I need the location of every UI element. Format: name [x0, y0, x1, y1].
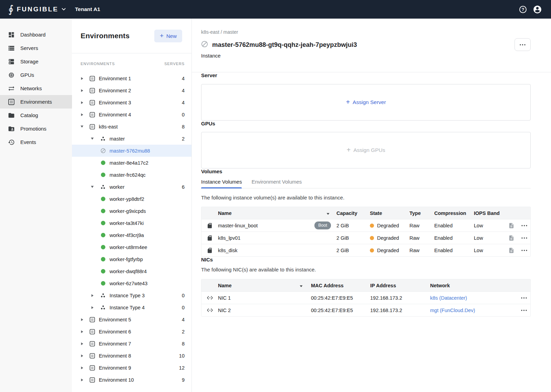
tab-instance-volumes[interactable]: Instance Volumes [201, 179, 242, 188]
tree-item-worker-ta3t47ki[interactable]: worker-ta3t47ki [72, 217, 191, 229]
tree-item-environment-6[interactable]: Environment 62 [72, 326, 191, 338]
chevron-down-icon [62, 8, 66, 11]
environment-tree: Environment 14Environment 24Environment … [72, 72, 191, 386]
sidebar-item-catalog[interactable]: Catalog [0, 109, 72, 122]
tenant-label[interactable]: Tenant A1 [75, 6, 100, 12]
assign-gpus-button[interactable]: + Assign GPUs [345, 147, 387, 154]
file-icon[interactable] [505, 247, 518, 254]
sidebar-item-networks[interactable]: Networks [0, 82, 72, 95]
sidebar-item-events[interactable]: Events [0, 135, 72, 149]
tree-item-label: Environment 8 [99, 353, 131, 359]
file-icon[interactable] [505, 235, 518, 241]
row-menu-button[interactable] [518, 297, 530, 299]
tree-item-worker-dwqf88r4[interactable]: worker-dwqf88r4 [72, 265, 191, 277]
ip-address: 192.168.173.2 [370, 308, 430, 313]
dashboard-icon [8, 31, 15, 38]
sidebar-item-environments[interactable]: Environments [0, 95, 72, 109]
column-header-name[interactable]: Name [218, 283, 311, 288]
tree-item-instance-type-4[interactable]: Instance Type 40 [72, 301, 191, 313]
sort-caret-icon[interactable] [300, 283, 303, 288]
tree-item-environment-4[interactable]: Environment 40 [72, 109, 191, 121]
caret-right-icon[interactable] [80, 342, 84, 345]
volume-name-cell: master-linux_bootBoot [218, 221, 336, 229]
tree-item-environment-8[interactable]: Environment 810 [72, 350, 191, 362]
row-menu-button[interactable] [518, 250, 530, 251]
tree-item-label: worker-ut8rm4ee [110, 245, 147, 250]
caret-right-icon[interactable] [90, 306, 95, 309]
tree-item-label: worker-fgtfyrbp [110, 257, 143, 262]
sidebar-item-label: Events [20, 139, 36, 145]
boot-badge: Boot [314, 221, 331, 229]
tree-item-worker-6z7wte43[interactable]: worker-6z7wte43 [72, 277, 191, 289]
row-menu-button[interactable] [518, 237, 530, 239]
tree-item-environment-10[interactable]: Environment 109 [72, 374, 191, 386]
tree-item-environment-1[interactable]: Environment 14 [72, 72, 191, 84]
caret-right-icon[interactable] [80, 378, 84, 382]
network-link[interactable]: k8s (Datacenter) [430, 295, 518, 301]
assign-server-label: Assign Server [353, 99, 386, 105]
tree-item-master-frc624qc[interactable]: master-frc624qc [72, 169, 191, 181]
tree-item-worker-g9xicpds[interactable]: worker-g9xicpds [72, 205, 191, 217]
tree-item-label: Environment 2 [99, 88, 131, 93]
server-count: 2 [182, 329, 185, 334]
tree-item-environment-2[interactable]: Environment 24 [72, 84, 191, 96]
tree-item-master-8e4a17c2[interactable]: master-8e4a17c2 [72, 157, 191, 169]
file-icon[interactable] [505, 223, 518, 229]
tree-item-worker[interactable]: worker6 [72, 181, 191, 193]
brand-menu[interactable]: ∮ FUNGIBLE [8, 4, 66, 14]
caret-right-icon[interactable] [80, 366, 84, 370]
tree-item-environment-3[interactable]: Environment 34 [72, 96, 191, 109]
caret-right-icon[interactable] [80, 113, 84, 116]
account-icon[interactable] [533, 5, 542, 14]
caret-right-icon[interactable] [90, 294, 95, 297]
tree-item-master-5762mu88[interactable]: master-5762mu88 [72, 145, 191, 157]
caret-right-icon[interactable] [80, 101, 84, 104]
fungible-logo-icon: ∮ [8, 4, 14, 14]
volume-compression: Enabled [434, 235, 474, 241]
tree-item-environment-5[interactable]: Environment 54 [72, 313, 191, 326]
row-menu-button[interactable] [518, 225, 530, 226]
network-link[interactable]: mgt (FunCloud.Dev) [430, 308, 518, 313]
volume-iops-band: Low [474, 235, 505, 241]
row-menu-button[interactable] [518, 310, 530, 311]
sidebar-item-gpus[interactable]: GPUs [0, 68, 72, 82]
caret-right-icon[interactable] [80, 318, 84, 321]
caret-right-icon[interactable] [80, 77, 84, 80]
nic-row-nic-2: NIC 200:25:42:E7:E9:E5192.168.173.2mgt (… [201, 304, 530, 316]
volume-compression: Enabled [434, 248, 474, 253]
tree-item-environment-7[interactable]: Environment 78 [72, 338, 191, 350]
breadcrumb[interactable]: k8s-east / master [201, 29, 531, 35]
volume-state: Degraded [370, 223, 409, 228]
tree-item-worker-yp8dtrf2[interactable]: worker-yp8dtrf2 [72, 193, 191, 205]
assign-server-button[interactable]: + Assign Server [344, 99, 388, 106]
caret-down-icon[interactable] [90, 137, 95, 140]
caret-right-icon[interactable] [80, 330, 84, 333]
mac-address: 00:25:42:E7:E9:E5 [311, 295, 370, 301]
instance-actions-button[interactable] [514, 38, 531, 51]
sidebar-item-storage[interactable]: Storage [0, 55, 72, 68]
tab-environment-volumes[interactable]: Environment Volumes [251, 179, 302, 188]
caret-down-icon[interactable] [90, 185, 95, 188]
nics-heading: NICs [201, 257, 531, 262]
tree-item-environment-9[interactable]: Environment 912 [72, 362, 191, 374]
sidebar-item-promotions[interactable]: Promotions [0, 122, 72, 135]
tree-item-worker-ut8rm4ee[interactable]: worker-ut8rm4ee [72, 241, 191, 253]
column-header-name[interactable]: Name [218, 210, 336, 216]
sidebar-item-dashboard[interactable]: Dashboard [0, 28, 72, 41]
caret-right-icon[interactable] [80, 354, 84, 358]
tree-item-worker-4f3crj9a[interactable]: worker-4f3crj9a [72, 229, 191, 241]
sort-caret-icon[interactable] [326, 210, 330, 216]
caret-right-icon[interactable] [80, 89, 84, 92]
help-icon[interactable]: ? [519, 6, 527, 13]
caret-down-icon[interactable] [80, 125, 84, 128]
sidebar-item-servers[interactable]: Servers [0, 41, 72, 55]
environment-icon [90, 329, 95, 334]
tree-item-k8s-east[interactable]: k8s-east8 [72, 121, 191, 133]
tree-item-master[interactable]: master2 [72, 133, 191, 145]
tree-item-instance-type-3[interactable]: Instance Type 30 [72, 289, 191, 301]
volume-name-cell: k8s_disk [218, 248, 336, 253]
new-environment-button[interactable]: + New [154, 30, 182, 42]
networks-icon [8, 85, 15, 92]
page-title: Environments [81, 32, 129, 40]
tree-item-worker-fgtfyrbp[interactable]: worker-fgtfyrbp [72, 253, 191, 265]
